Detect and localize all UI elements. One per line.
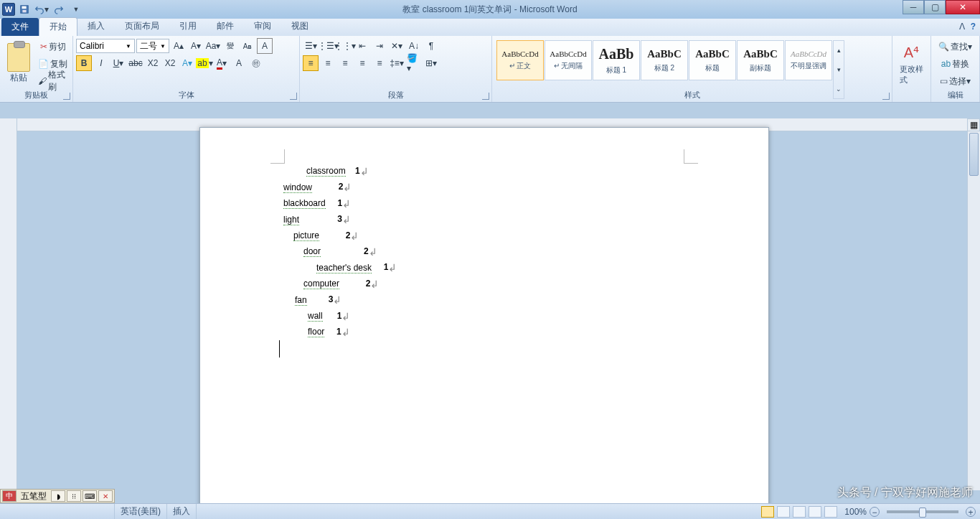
tab-引用[interactable]: 引用 [169,17,207,36]
outline-view-icon[interactable] [809,506,821,518]
document-content[interactable]: classroom 1↲window 2↲blackboard 1↲light … [279,164,689,357]
replace-button[interactable]: ab替换 [934,56,976,72]
format-painter-button[interactable]: 🖌格式刷 [36,73,70,89]
ime-mode1-icon[interactable]: ◗ [51,490,65,502]
ruler-toggle-icon[interactable]: ▦ [967,118,980,131]
ime-close-icon[interactable]: ✕ [98,490,113,502]
style-副标题[interactable]: AaBbC副标题 [737,40,784,80]
styles-scroll-icon[interactable]: ▴ [834,41,844,60]
styles-scroll-icon[interactable]: ▾ [834,60,844,80]
tab-审阅[interactable]: 审阅 [244,17,281,36]
word-icon[interactable]: W [2,3,15,16]
ime-logo-icon[interactable]: 中 [2,490,17,502]
font-size-combo[interactable]: 二号▼ [136,39,169,53]
text-line[interactable]: classroom 1↲ [279,164,689,179]
shrink-font-icon[interactable]: A▾ [188,38,204,54]
bold-button[interactable]: B [76,55,92,71]
web-view-icon[interactable] [793,506,806,518]
tab-页面布局[interactable]: 页面布局 [115,17,169,36]
styles-dialog-icon[interactable] [882,93,890,100]
ime-mode2-icon[interactable]: ⁝⁝ [67,490,81,502]
strike-button[interactable]: abc [128,55,143,71]
redo-icon[interactable] [51,1,67,17]
text-line[interactable]: picture 2↲ [279,228,689,244]
text-line[interactable]: door 2↲ [279,244,689,260]
change-case-icon[interactable]: Aa▾ [205,38,221,54]
insert-mode[interactable]: 插入 [167,504,197,519]
style-标题 1[interactable]: AaBb标题 1 [593,40,640,80]
tab-视图[interactable]: 视图 [281,17,319,36]
superscript-button[interactable]: X2 [162,55,178,71]
show-marks-icon[interactable]: ¶ [423,38,439,54]
font-color-icon[interactable]: A▾ [214,55,230,71]
draft-view-icon[interactable] [824,506,837,518]
text-line[interactable]: computer 2↲ [279,276,689,292]
text-line[interactable]: blackboard 1↲ [279,196,689,212]
tab-开始[interactable]: 开始 [39,17,77,36]
minimize-ribbon-icon[interactable]: ᐱ [959,22,965,32]
text-line[interactable]: window 2↲ [279,179,689,195]
borders-icon[interactable]: ⊞▾ [423,55,439,71]
text-line[interactable]: teacher's desk 1↲ [279,260,689,276]
ime-toolbar[interactable]: 中 五笔型 ◗ ⁝⁝ ⌨ ✕ [0,489,115,503]
indent-inc-icon[interactable]: ⇥ [372,38,387,54]
style-标题 2[interactable]: AaBbC标题 2 [641,40,688,80]
style-标题[interactable]: AaBbC标题 [689,40,736,80]
char-shading-icon[interactable]: A [231,55,247,71]
fullscreen-view-icon[interactable] [777,506,790,518]
asian-layout-icon[interactable]: ✕▾ [389,38,405,54]
style-↵ 无间隔[interactable]: AaBbCcDd↵ 无间隔 [545,40,592,80]
zoom-in-button[interactable]: + [966,507,976,517]
align-right-icon[interactable]: ≡ [337,55,353,71]
enclose-char-icon[interactable]: ㊕ [248,55,264,71]
align-center-icon[interactable]: ≡ [320,55,336,71]
file-tab[interactable]: 文件 [1,18,39,36]
help-icon[interactable]: ? [971,22,976,32]
scroll-thumb[interactable] [969,133,979,176]
highlight-icon[interactable]: ab▾ [197,55,212,71]
underline-button[interactable]: U▾ [110,55,126,71]
style-↵ 正文[interactable]: AaBbCcDd↵ 正文 [496,40,544,80]
indent-dec-icon[interactable]: ⇤ [354,38,370,54]
language-status[interactable]: 英语(美国) [115,504,167,519]
vertical-ruler[interactable] [0,118,17,503]
change-styles-button[interactable]: A⁴ 更改样式 [895,37,928,89]
font-name-combo[interactable]: Calibri▼ [76,39,135,53]
cut-button[interactable]: ✂剪切 [36,39,70,55]
find-button[interactable]: 🔍查找▾ [934,39,976,55]
close-button[interactable]: ✕ [946,0,980,14]
text-effects-icon[interactable]: A▾ [179,55,195,71]
sort-icon[interactable]: A↓ [406,38,422,54]
paragraph-dialog-icon[interactable] [482,93,489,100]
text-line[interactable]: wall 1↲ [279,309,689,324]
paste-button[interactable]: 粘贴 [3,37,34,89]
numbering-icon[interactable]: ⋮☰▾ [320,38,336,54]
save-icon[interactable] [17,1,32,17]
text-line[interactable]: floor 1↲ [279,324,689,340]
text-line[interactable]: light 3↲ [279,212,689,228]
zoom-slider[interactable] [887,510,958,513]
subscript-button[interactable]: X2 [145,55,161,71]
bullets-icon[interactable]: ☰▾ [303,38,319,54]
page[interactable]: classroom 1↲window 2↲blackboard 1↲light … [199,127,769,503]
justify-icon[interactable]: ≡ [354,55,370,71]
vertical-scrollbar[interactable] [967,131,980,490]
print-layout-view-icon[interactable] [761,506,774,518]
align-left-icon[interactable]: ≡ [303,55,319,71]
border-char-icon[interactable]: A [257,38,273,54]
undo-icon[interactable]: ▾ [34,1,50,17]
multilevel-icon[interactable]: ⋮⋮▾ [337,38,353,54]
tab-邮件[interactable]: 邮件 [207,17,244,36]
shading-icon[interactable]: 🪣▾ [406,55,422,71]
line-spacing-icon[interactable]: ‡≡▾ [389,55,405,71]
style-不明显强调[interactable]: AaBbCcDd不明显强调 [785,40,832,80]
tab-插入[interactable]: 插入 [77,17,115,36]
qat-dropdown-icon[interactable]: ▼ [68,1,84,17]
distribute-icon[interactable]: ≡ [372,55,387,71]
zoom-out-button[interactable]: − [870,507,880,517]
clipboard-dialog-icon[interactable] [63,93,70,100]
text-line[interactable]: fan 3↲ [279,292,689,308]
italic-button[interactable]: I [93,55,109,71]
ime-keyboard-icon[interactable]: ⌨ [83,490,97,502]
zoom-level[interactable]: 100% [844,507,867,517]
